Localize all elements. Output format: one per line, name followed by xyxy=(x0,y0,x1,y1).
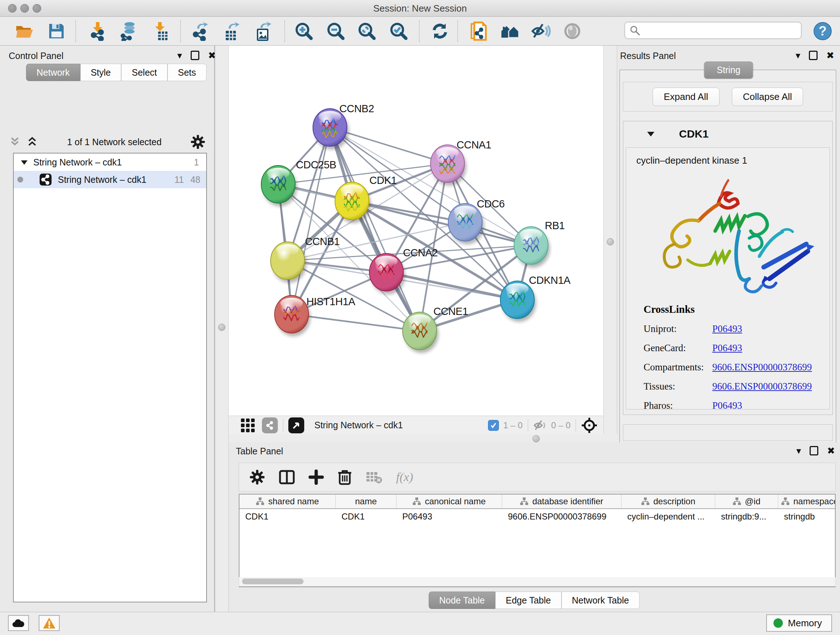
import-network-database-button[interactable] xyxy=(118,21,140,41)
search-input[interactable] xyxy=(640,23,801,38)
section-collapse-icon[interactable] xyxy=(646,130,655,138)
table-options-gear-icon[interactable] xyxy=(249,469,265,485)
import-network-icon xyxy=(88,21,107,41)
memory-button[interactable]: Memory xyxy=(766,614,832,632)
column-attribute-icon xyxy=(733,497,741,506)
string-view-icon[interactable] xyxy=(262,417,278,433)
column-header-namespace[interactable]: namespace xyxy=(778,494,836,508)
node-ccnb2[interactable] xyxy=(313,109,349,149)
network-collection-row[interactable]: String Network – cdk1 1 xyxy=(14,154,206,171)
hide-graphics-details-button[interactable] xyxy=(531,21,552,41)
open-session-url-button[interactable] xyxy=(468,21,490,41)
zoom-fit-button[interactable] xyxy=(356,21,378,41)
network-options-gear-icon[interactable] xyxy=(190,134,205,149)
open-session-button[interactable] xyxy=(14,21,35,41)
table-cell[interactable]: stringdb:9... xyxy=(715,509,778,524)
import-table-file-button[interactable] xyxy=(150,21,172,41)
zoom-out-button[interactable] xyxy=(325,21,347,41)
left-splitter-handle[interactable] xyxy=(218,324,225,331)
tab-style[interactable]: Style xyxy=(80,64,122,81)
expand-all-button[interactable]: Expand All xyxy=(653,88,720,106)
column-header-description[interactable]: description xyxy=(622,494,715,508)
node-cdc25b[interactable] xyxy=(261,165,297,206)
home-panel-button[interactable] xyxy=(499,21,521,41)
show-columns-icon[interactable] xyxy=(279,470,295,485)
table-cell[interactable]: CDK1 xyxy=(240,509,336,524)
column-header-shared-name[interactable]: shared name xyxy=(240,494,336,508)
tab-sets[interactable]: Sets xyxy=(167,64,207,81)
delete-trash-icon[interactable] xyxy=(338,469,352,485)
node-cdk1[interactable] xyxy=(335,182,371,223)
column-header--id[interactable]: @id xyxy=(715,494,778,508)
table-cell[interactable]: P06493 xyxy=(396,509,502,524)
help-button[interactable]: ? xyxy=(812,21,834,41)
horizontal-splitter-handle[interactable] xyxy=(532,435,540,442)
tree-expand-icon[interactable] xyxy=(20,159,28,165)
network-canvas[interactable]: CCNB2CCNA1CDC25BCDK1CDC6RB1CCNB1CCNA2CDK… xyxy=(229,46,603,416)
crosslink-link[interactable]: 9606.ENSP00000378699 xyxy=(712,381,812,392)
left-splitter[interactable] xyxy=(215,46,229,612)
tab-edge-table[interactable]: Edge Table xyxy=(495,592,561,609)
edge-hist1h1a-ccne1[interactable] xyxy=(292,314,420,331)
save-session-button[interactable] xyxy=(46,21,67,41)
import-network-file-button[interactable] xyxy=(87,21,109,41)
warnings-button[interactable] xyxy=(39,615,60,631)
node-rb1[interactable] xyxy=(514,226,550,268)
table-cell[interactable]: 9606.ENSP00000378699 xyxy=(502,509,622,524)
table-cell[interactable]: CDK1 xyxy=(336,509,396,524)
grid-view-icon[interactable] xyxy=(240,417,256,434)
render-detail-button[interactable] xyxy=(561,21,583,41)
cloud-status-button[interactable] xyxy=(8,615,29,631)
crosslink-link[interactable]: P06493 xyxy=(712,400,742,409)
add-icon[interactable] xyxy=(309,470,324,485)
right-splitter[interactable] xyxy=(603,46,617,434)
node-hist1h1a[interactable] xyxy=(275,295,310,336)
column-header-name[interactable]: name xyxy=(336,494,396,508)
crosslink-link[interactable]: P06493 xyxy=(712,342,742,354)
table-row[interactable]: CDK1CDK1P064939606.ENSP00000378699cyclin… xyxy=(240,509,835,524)
zoom-in-button[interactable] xyxy=(293,21,315,41)
table-cell[interactable]: stringdb xyxy=(778,509,836,524)
results-section-header[interactable]: CDK1 xyxy=(623,121,832,147)
node-cdkn1a[interactable] xyxy=(500,281,536,322)
zoom-selected-button[interactable] xyxy=(388,21,409,41)
panel-float-icon[interactable] xyxy=(810,446,818,455)
collapse-all-icon[interactable] xyxy=(9,136,21,147)
table-cell[interactable]: cyclin–dependent ... xyxy=(622,509,715,524)
results-collapsed-section[interactable] xyxy=(623,424,833,441)
panel-menu-icon[interactable]: ▾ xyxy=(796,51,800,60)
panel-float-icon[interactable] xyxy=(809,51,818,60)
panel-menu-icon[interactable]: ▾ xyxy=(177,51,182,60)
edge-ccna2-cdkn1a[interactable] xyxy=(386,272,517,300)
table-horizontal-scrollbar[interactable] xyxy=(239,577,836,586)
node-ccna1[interactable] xyxy=(431,145,466,186)
tab-node-table[interactable]: Node Table xyxy=(429,592,495,609)
tab-select[interactable]: Select xyxy=(121,64,167,81)
node-ccne1[interactable] xyxy=(403,312,439,353)
export-table-button[interactable] xyxy=(221,21,242,41)
birds-eye-view-button[interactable] xyxy=(288,417,304,433)
fit-selected-crosshair-icon[interactable] xyxy=(581,417,598,434)
right-splitter-handle[interactable] xyxy=(607,238,614,245)
expand-all-icon[interactable] xyxy=(26,136,38,147)
column-header-canonical-name[interactable]: canonical name xyxy=(396,494,502,508)
node-ccna2[interactable] xyxy=(369,253,405,295)
crosslink-link[interactable]: 9606.ENSP00000378699 xyxy=(712,362,812,373)
tab-network-table[interactable]: Network Table xyxy=(561,592,639,609)
collapse-all-button[interactable]: Collapse All xyxy=(732,88,804,106)
panel-float-icon[interactable] xyxy=(191,51,199,60)
panel-menu-icon[interactable]: ▾ xyxy=(796,446,801,455)
export-image-button[interactable] xyxy=(253,21,274,41)
hidden-counts: 0 – 0 xyxy=(551,420,570,431)
export-network-button[interactable] xyxy=(189,21,211,41)
selected-count-checkbox[interactable] xyxy=(488,420,499,431)
network-row[interactable]: String Network – cdk1 11 48 xyxy=(14,171,206,188)
scrollbar-thumb[interactable] xyxy=(242,578,303,584)
tab-network[interactable]: Network xyxy=(26,64,80,81)
crosslink-link[interactable]: P06493 xyxy=(712,323,742,334)
panel-close-icon[interactable]: ✖ xyxy=(827,446,835,455)
panel-close-icon[interactable]: ✖ xyxy=(826,51,834,60)
results-tab-string[interactable]: String xyxy=(704,62,753,79)
column-header-database-identifier[interactable]: database identifier xyxy=(502,494,622,508)
refresh-button[interactable] xyxy=(429,21,451,41)
